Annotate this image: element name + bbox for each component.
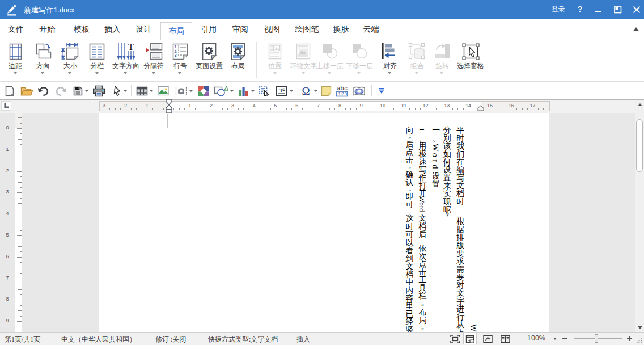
svg-text:3: 3 — [175, 53, 177, 58]
svg-text:T: T — [128, 43, 134, 52]
svg-text:abc: abc — [337, 85, 348, 91]
svg-text:123: 123 — [338, 91, 348, 96]
svg-text:T: T — [279, 87, 283, 94]
svg-text:Ω: Ω — [302, 85, 310, 97]
